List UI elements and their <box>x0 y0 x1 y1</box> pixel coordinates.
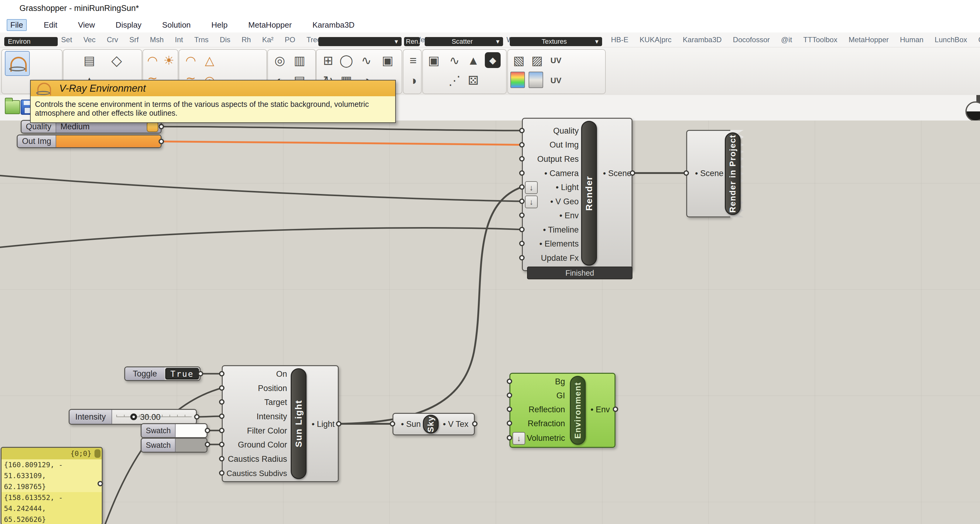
render-light-expand-button[interactable]: ↓ <box>525 181 538 194</box>
tab-po[interactable]: PO <box>285 35 295 44</box>
tab-human[interactable]: Human <box>900 35 923 44</box>
slider-output-port[interactable] <box>194 414 200 419</box>
toggle-node-value[interactable]: True <box>165 368 199 380</box>
sunlight-groundcolor-port[interactable] <box>219 442 224 447</box>
render-camera-port[interactable] <box>519 170 525 176</box>
environment-volumetric-port[interactable] <box>507 435 512 440</box>
material-shield-icon[interactable]: ◇ <box>108 52 125 69</box>
intensity-slider-track[interactable]: 30.00 <box>112 410 196 424</box>
tab-docofossor[interactable]: Docofossor <box>733 35 770 44</box>
out-img-node-value[interactable] <box>56 135 161 147</box>
sky-vtex-output-port[interactable] <box>472 421 477 427</box>
dome-brackets-icon[interactable]: ◠ <box>144 52 161 69</box>
scatter-copies-icon[interactable]: ▣ <box>425 52 442 69</box>
tab-srf[interactable]: Srf <box>129 35 139 44</box>
sunlight-on-port[interactable] <box>219 371 224 376</box>
render-light-port[interactable] <box>519 184 525 190</box>
tab-metahopper[interactable]: MetaHopper <box>848 35 889 44</box>
menu-metahopper[interactable]: MetaHopper <box>245 19 295 31</box>
render-outputres-port[interactable] <box>519 156 525 162</box>
group-label-utilities[interactable]: ▾ <box>318 37 402 46</box>
rainbow-sphere-icon[interactable]: ◑ <box>405 71 422 89</box>
swatch-filter-node[interactable]: Swatch <box>141 423 207 438</box>
curve-path-icon[interactable]: ∿ <box>358 52 375 69</box>
group-label-environment[interactable]: Environ <box>4 37 58 46</box>
image-texture-icon[interactable]: ▤ <box>81 52 98 69</box>
outimg-output-port[interactable] <box>159 139 164 144</box>
sunlight-node-capsule[interactable]: Sun Light <box>291 368 307 479</box>
dotted-path-icon[interactable]: ⋰ <box>446 71 463 89</box>
rip-scene-input-port[interactable] <box>684 170 689 176</box>
tab-atit[interactable]: @it <box>781 35 792 44</box>
menu-solution[interactable]: Solution <box>159 19 194 31</box>
render-vgeo-expand-button[interactable]: ↓ <box>525 195 538 208</box>
tab-karamba3d[interactable]: Karamba3D <box>683 35 722 44</box>
render-outimg-port[interactable] <box>519 142 525 148</box>
tab-rh[interactable]: Rh <box>242 35 251 44</box>
render-doc-icon[interactable]: ▥ <box>291 52 308 69</box>
sphere-preview-icon[interactable]: ◎ <box>271 52 288 69</box>
swatch-ground-color[interactable] <box>176 439 207 452</box>
menu-karamba3d[interactable]: Karamba3D <box>309 19 358 31</box>
tab-set[interactable]: Set <box>61 35 72 44</box>
panel-grip[interactable] <box>94 449 100 458</box>
tab-int[interactable]: Int <box>175 35 183 44</box>
open-file-icon[interactable] <box>5 100 20 114</box>
render-vgeo-port[interactable] <box>519 198 525 204</box>
swatch2-output-port[interactable] <box>205 442 210 447</box>
sunlight-light-output-port[interactable] <box>336 421 342 427</box>
tab-vec[interactable]: Vec <box>83 35 95 44</box>
render-node-capsule[interactable]: Render <box>581 121 597 266</box>
slider-knob[interactable] <box>130 413 137 420</box>
scatter-pro-icon[interactable]: ◆ <box>485 52 501 68</box>
data-panel-node[interactable]: {0;0} {160.809129, - 51.633109, 62.19876… <box>1 447 103 524</box>
render-timeline-port[interactable] <box>519 227 525 232</box>
menu-edit[interactable]: Edit <box>40 19 61 31</box>
sunlight-filtercolor-port[interactable] <box>219 428 224 433</box>
render-elements-port[interactable] <box>519 241 525 246</box>
sun-brackets-icon[interactable]: ☀ <box>161 52 177 69</box>
tab-tttoolbox[interactable]: TTToolbox <box>803 35 837 44</box>
swatch1-output-port[interactable] <box>205 428 210 433</box>
render-quality-port[interactable] <box>519 128 525 133</box>
toggle-node[interactable]: Toggle True <box>124 367 200 381</box>
group-label-textures[interactable]: Textures▾ <box>510 37 602 46</box>
environment-gi-port[interactable] <box>507 392 512 398</box>
menu-display[interactable]: Display <box>112 19 145 31</box>
render-scene-output-port[interactable] <box>630 170 635 176</box>
sky-node-capsule[interactable]: Sky <box>423 415 439 433</box>
uv-sphere-icon[interactable]: UV <box>547 52 565 69</box>
dome-light-icon[interactable]: ◠ <box>182 52 199 69</box>
canvas[interactable] <box>0 121 980 524</box>
intensity-slider-node[interactable]: Intensity 30.00 <box>68 409 197 425</box>
rip-node-capsule[interactable]: Render in Project <box>725 132 741 215</box>
render-env-port[interactable] <box>519 213 525 218</box>
light-tripod-icon[interactable]: △ <box>201 52 218 69</box>
menu-help[interactable]: Help <box>208 19 231 31</box>
menu-view[interactable]: View <box>75 19 99 31</box>
environment-bg-port[interactable] <box>507 379 512 384</box>
tab-crv[interactable]: Crv <box>107 35 118 44</box>
sunlight-causticsradius-port[interactable] <box>219 456 224 462</box>
group-label-scatter[interactable]: Scatter▾ <box>425 37 503 46</box>
levels-icon[interactable]: ≡ <box>405 52 422 69</box>
tab-kukaprc[interactable]: KUKA|prc <box>640 35 672 44</box>
menu-file[interactable]: File <box>7 19 27 31</box>
rainbow-card-icon[interactable] <box>511 71 525 88</box>
dice-icon[interactable]: ⚄ <box>465 71 482 89</box>
tab-q[interactable]: Q <box>978 35 980 44</box>
geometry-plus-icon[interactable]: ⊞ <box>320 52 337 69</box>
sky-card-icon[interactable] <box>528 71 543 88</box>
environment-reflection-port[interactable] <box>507 406 512 412</box>
tab-hbe[interactable]: HB-E <box>611 35 628 44</box>
diag-doc-icon[interactable]: ▨ <box>528 52 546 69</box>
tab-trns[interactable]: Trns <box>194 35 208 44</box>
value-list-dropdown-icon[interactable] <box>147 122 158 132</box>
sunlight-intensity-port[interactable] <box>219 413 224 419</box>
panel-output-port[interactable] <box>97 481 103 486</box>
sunlight-causticssubdivs-port[interactable] <box>219 470 224 476</box>
group-label-render[interactable]: Ren... <box>404 37 420 46</box>
checker-doc-icon[interactable]: ▧ <box>511 52 527 69</box>
sunlight-position-port[interactable] <box>219 385 224 391</box>
tab-msh[interactable]: Msh <box>150 35 164 44</box>
